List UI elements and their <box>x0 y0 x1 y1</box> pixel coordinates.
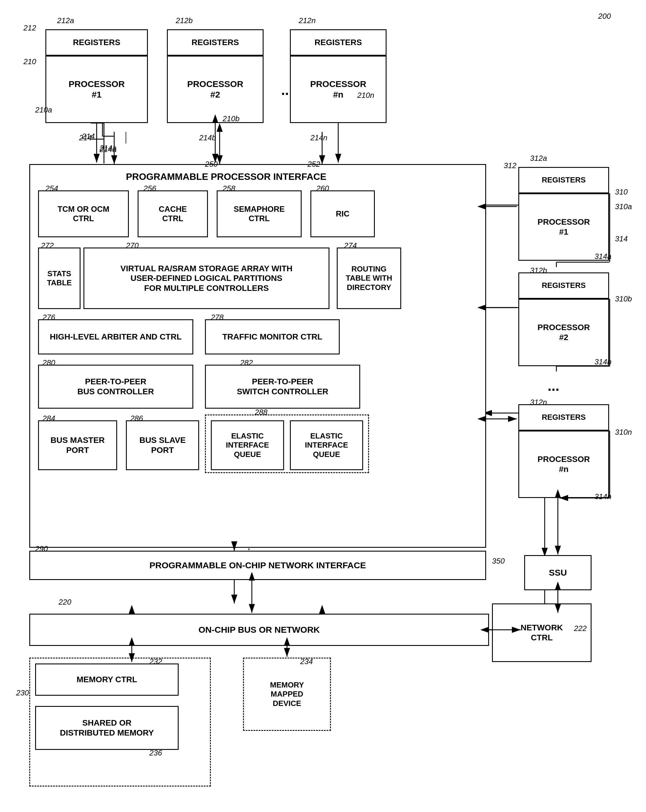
stats-label: STATS <box>47 269 72 278</box>
mem-mapped-label2: MAPPED <box>270 690 304 699</box>
bus-slave-label1: BUS SLAVE <box>139 435 186 445</box>
poni-box: PROGRAMMABLE ON-CHIP NETWORK INTERFACE <box>29 551 486 580</box>
ric-box: RIC <box>311 191 375 237</box>
rprocn-num: #n <box>538 464 590 474</box>
poni-label: PROGRAMMABLE ON-CHIP NETWORK INTERFACE <box>149 560 366 571</box>
rproc2-registers-box: REGISTERS <box>518 272 609 299</box>
ref-250: 250 <box>205 160 218 169</box>
ref-312a: 312a <box>530 154 547 163</box>
ref-276: 276 <box>43 313 55 322</box>
ref-212: 212 <box>23 23 36 32</box>
bus-master-box: BUS MASTER PORT <box>38 420 117 470</box>
rprocn-processor-box: PROCESSOR #n <box>518 430 609 498</box>
bus-master-label1: BUS MASTER <box>50 435 105 445</box>
p2p-switch-label2: SWITCH CONTROLLER <box>237 387 329 397</box>
ref-284: 284 <box>43 414 55 423</box>
ref-286: 286 <box>130 414 143 423</box>
rprocn-registers-label: REGISTERS <box>542 413 586 422</box>
arbiter-box: HIGH-LEVEL ARBITER AND CTRL <box>38 319 193 354</box>
proc1-registers-label: REGISTERS <box>73 38 120 47</box>
elastic2-label2: INTERFACE <box>305 441 348 450</box>
ref-222: 222 <box>574 624 587 633</box>
right-dots-separator: ... <box>548 378 559 394</box>
p2p-bus-label2: BUS CONTROLLER <box>77 387 154 397</box>
ref-350: 350 <box>492 557 504 566</box>
cache-label: CACHE <box>159 205 187 214</box>
ref-312n: 312n <box>530 398 547 407</box>
proc1-num: #1 <box>69 89 125 100</box>
diagram: 200 REGISTERS PROCESSOR #1 212 212a 210 … <box>0 0 646 812</box>
ref-278: 278 <box>211 313 224 322</box>
rproc1-registers-box: REGISTERS <box>518 167 609 193</box>
ref-270: 270 <box>126 241 139 250</box>
procn-registers-box: REGISTERS <box>290 29 387 56</box>
ref-312: 312 <box>504 161 516 170</box>
ref-214b: 214b <box>199 133 216 142</box>
stats-label2: TABLE <box>47 278 72 287</box>
rproc1-registers-label: REGISTERS <box>542 176 586 185</box>
elastic2-box: ELASTIC INTERFACE QUEUE <box>290 420 363 470</box>
p2p-switch-label1: PEER-TO-PEER <box>237 377 329 387</box>
ref-258: 258 <box>222 184 235 193</box>
ref-272: 272 <box>41 241 53 250</box>
ref-220: 220 <box>59 598 71 607</box>
ref-234: 234 <box>300 657 313 666</box>
rprocn-proc-label: PROCESSOR <box>538 454 590 464</box>
semaphore-label2: CTRL <box>234 214 285 223</box>
tcm-label: TCM OR OCM <box>58 205 110 214</box>
elastic2-label3: QUEUE <box>305 450 348 459</box>
routing-label3: DIRECTORY <box>346 283 392 292</box>
mem-mapped-label3: DEVICE <box>270 699 304 708</box>
ref-310a: 310a <box>615 202 632 211</box>
bus-network-box: ON-CHIP BUS OR NETWORK <box>29 614 489 646</box>
procn-registers-label: REGISTERS <box>314 38 362 47</box>
ref-310n: 310n <box>615 428 632 437</box>
traffic-label: TRAFFIC MONITOR CTRL <box>222 332 322 342</box>
memory-ctrl-box: MEMORY CTRL <box>35 664 179 696</box>
ref-314b: 314b <box>594 357 611 366</box>
ref-310b: 310b <box>615 295 632 304</box>
proc1-registers-box: REGISTERS <box>46 29 148 56</box>
elastic2-label1: ELASTIC <box>305 432 348 441</box>
bus-slave-box: BUS SLAVE PORT <box>126 420 199 470</box>
ref-312b: 312b <box>530 266 547 275</box>
tcm-label2: CTRL <box>58 214 110 223</box>
ref-288: 288 <box>255 408 267 417</box>
ssu-label: SSU <box>549 568 567 578</box>
network-ctrl-label2: CTRL <box>521 633 563 643</box>
elastic1-label3: QUEUE <box>226 450 269 459</box>
ref-212b: 212b <box>176 16 193 25</box>
tcm-box: TCM OR OCMCTRL <box>38 191 129 237</box>
procn-processor-box: PROCESSOR #n <box>290 56 387 123</box>
cache-label2: CTRL <box>159 214 187 223</box>
mem-mapped-label1: MEMORY <box>270 681 304 690</box>
ref-274: 274 <box>344 241 357 250</box>
p2p-switch-box: PEER-TO-PEER SWITCH CONTROLLER <box>205 365 360 409</box>
ref-310: 310 <box>615 188 628 197</box>
proc1-processor-box: PROCESSOR #1 <box>46 56 148 123</box>
ref-210: 210 <box>23 57 36 66</box>
rproc2-proc-label: PROCESSOR <box>538 322 590 333</box>
ppi-label: PROGRAMMABLE PROCESSOR INTERFACE <box>126 171 326 182</box>
vra-box: VIRTUAL RA/SRAM STORAGE ARRAY WITH USER-… <box>84 247 329 309</box>
p2p-bus-label1: PEER-TO-PEER <box>77 377 154 387</box>
rproc1-proc-label: PROCESSOR <box>538 217 590 227</box>
ref-256: 256 <box>143 184 156 193</box>
ref-230: 230 <box>16 688 29 698</box>
ref-236: 236 <box>149 748 162 757</box>
proc2-label: PROCESSOR <box>187 79 243 89</box>
ref-314a: 314a <box>594 252 611 261</box>
ref-210n: 210n <box>357 91 374 100</box>
ssu-box: SSU <box>524 555 591 590</box>
proc1-label: PROCESSOR <box>69 79 125 89</box>
bus-network-label: ON-CHIP BUS OR NETWORK <box>198 624 320 635</box>
ref-214a-label: 214a <box>99 145 117 154</box>
vra-label3: FOR MULTIPLE CONTROLLERS <box>120 283 293 293</box>
cache-box: CACHECTRL <box>138 191 208 237</box>
rprocn-registers-box: REGISTERS <box>518 404 609 430</box>
routing-box: ROUTING TABLE WITH DIRECTORY <box>337 247 401 309</box>
proc2-processor-box: PROCESSOR #2 <box>167 56 264 123</box>
ref-280: 280 <box>43 358 55 367</box>
ref-260: 260 <box>316 184 329 193</box>
ref-314n: 314n <box>594 492 611 501</box>
